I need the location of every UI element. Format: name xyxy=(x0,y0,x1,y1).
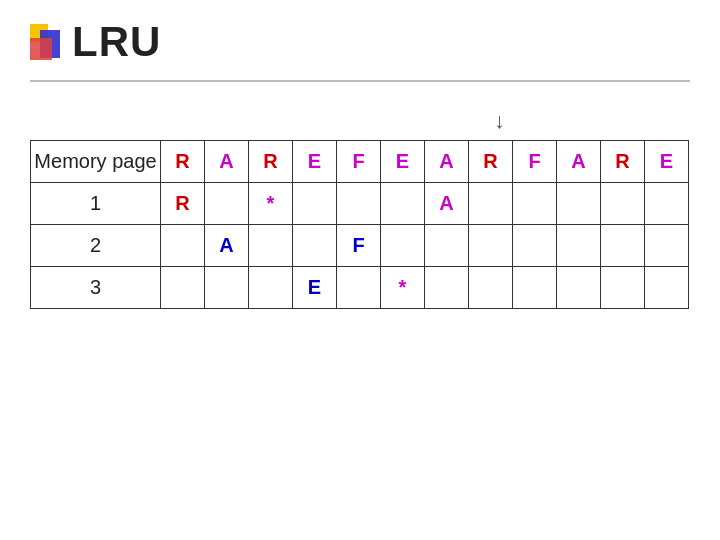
row2-c11 xyxy=(645,225,689,267)
row1-label: 1 xyxy=(31,183,161,225)
col-header-A2: A xyxy=(425,141,469,183)
row3-c9 xyxy=(557,267,601,309)
row1-c3 xyxy=(293,183,337,225)
col-header-R1: R xyxy=(161,141,205,183)
row2-c0 xyxy=(161,225,205,267)
row2-c5 xyxy=(381,225,425,267)
row3-c11 xyxy=(645,267,689,309)
row3-label: 3 xyxy=(31,267,161,309)
row1-c0: R xyxy=(161,183,205,225)
row2-c10 xyxy=(601,225,645,267)
col-header-label: Memory page xyxy=(31,141,161,183)
row3-c2 xyxy=(249,267,293,309)
col-header-E1: E xyxy=(293,141,337,183)
col-header-F1: F xyxy=(337,141,381,183)
logo-area: LRU xyxy=(30,18,161,66)
logo-icon xyxy=(30,24,66,60)
row3-c0 xyxy=(161,267,205,309)
row1-c2: * xyxy=(249,183,293,225)
row2-c8 xyxy=(513,225,557,267)
row1-c4 xyxy=(337,183,381,225)
table-row-2: 2 A F xyxy=(31,225,689,267)
row1-c5 xyxy=(381,183,425,225)
row3-c8 xyxy=(513,267,557,309)
down-arrow-icon: ↓ xyxy=(494,108,505,134)
col-header-E2: E xyxy=(381,141,425,183)
row1-c10 xyxy=(601,183,645,225)
row2-c4: F xyxy=(337,225,381,267)
row3-c4 xyxy=(337,267,381,309)
table-row-3: 3 E * xyxy=(31,267,689,309)
row2-c9 xyxy=(557,225,601,267)
col-header-F2: F xyxy=(513,141,557,183)
row3-c7 xyxy=(469,267,513,309)
row1-c8 xyxy=(513,183,557,225)
row1-c11 xyxy=(645,183,689,225)
row3-c10 xyxy=(601,267,645,309)
row1-c1 xyxy=(205,183,249,225)
row2-c6 xyxy=(425,225,469,267)
col-header-R3: R xyxy=(469,141,513,183)
row1-c6: A xyxy=(425,183,469,225)
page-title: LRU xyxy=(72,18,161,66)
row3-c1 xyxy=(205,267,249,309)
row3-c5: * xyxy=(381,267,425,309)
row2-c1: A xyxy=(205,225,249,267)
table-header-row: Memory page R A R E F E A R F A R E xyxy=(31,141,689,183)
row3-c3: E xyxy=(293,267,337,309)
col-header-E3: E xyxy=(645,141,689,183)
row2-c3 xyxy=(293,225,337,267)
lru-table: Memory page R A R E F E A R F A R E xyxy=(30,140,689,309)
col-header-A3: A xyxy=(557,141,601,183)
row1-c7 xyxy=(469,183,513,225)
row2-label: 2 xyxy=(31,225,161,267)
table-row-1: 1 R * A xyxy=(31,183,689,225)
row1-c9 xyxy=(557,183,601,225)
row2-c2 xyxy=(249,225,293,267)
lru-table-wrapper: Memory page R A R E F E A R F A R E xyxy=(30,140,689,309)
col-header-R4: R xyxy=(601,141,645,183)
logo-red-square xyxy=(30,38,52,60)
row2-c7 xyxy=(469,225,513,267)
col-header-A1: A xyxy=(205,141,249,183)
col-header-R2: R xyxy=(249,141,293,183)
title-divider xyxy=(30,80,690,82)
row3-c6 xyxy=(425,267,469,309)
